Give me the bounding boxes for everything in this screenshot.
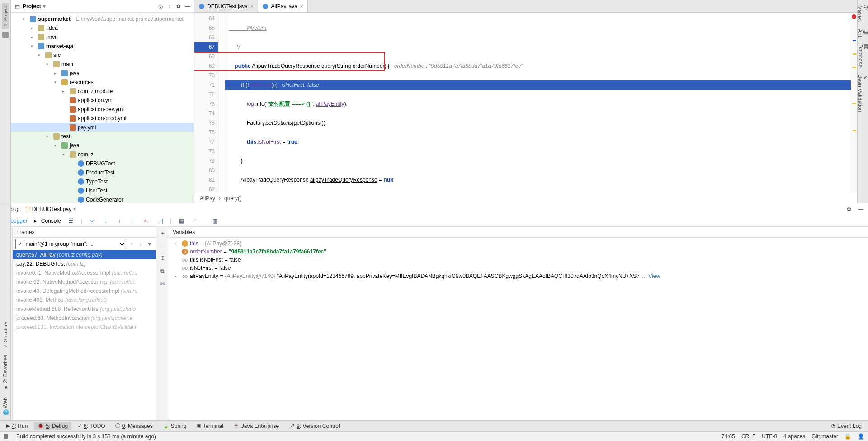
breadcrumb-method[interactable]: query() bbox=[224, 195, 241, 202]
tree-class-typetest[interactable]: TypeTest bbox=[11, 177, 194, 186]
var-row[interactable]: ▸ooaliPayEntity = {AliPayEntity@7140} "A… bbox=[169, 272, 868, 280]
prev-frame-icon[interactable]: ↑ bbox=[128, 240, 135, 248]
threads-icon[interactable]: ☰ bbox=[67, 217, 75, 225]
step-into-icon[interactable]: ↓ bbox=[102, 217, 109, 225]
tree-folder-main[interactable]: ▾main bbox=[11, 60, 194, 69]
var-row[interactable]: porderNumber = "9d5911a7c7fa8bda7fa1a79f… bbox=[169, 248, 868, 256]
tree-folder-java[interactable]: ▸java bbox=[11, 69, 194, 78]
copy-icon[interactable]: ⧉ bbox=[159, 267, 166, 275]
run-to-cursor-icon[interactable]: →| bbox=[156, 217, 164, 225]
tree-class-debugtest[interactable]: DEBUGTest bbox=[11, 159, 194, 168]
tree-folder-resources[interactable]: ▾resources bbox=[11, 78, 194, 87]
frame-row[interactable]: invoke:498, Method (java.lang.reflect) bbox=[13, 296, 156, 305]
close-icon[interactable]: × bbox=[250, 4, 253, 9]
status-icon[interactable] bbox=[4, 434, 8, 439]
frame-row[interactable]: query:67, AliPay (com.lz.config.pay) bbox=[13, 250, 156, 259]
evaluate-icon[interactable]: ▦ bbox=[178, 217, 185, 225]
tw-java-enterprise[interactable]: ☕ Java Enterprise bbox=[230, 422, 283, 430]
editor-tab-alipay[interactable]: AliPay.java× bbox=[258, 0, 308, 12]
tree-pkg-comlzmodule[interactable]: ▸com.lz.module bbox=[11, 87, 194, 96]
var-row[interactable]: oothis.isNotFirst = false bbox=[169, 256, 868, 264]
tw-run[interactable]: ▶ 4: Run bbox=[3, 422, 31, 430]
layout-icon[interactable]: ▥ bbox=[211, 217, 218, 225]
tree-root[interactable]: ▾supermarket E:\myWork\supermarket-proje… bbox=[11, 14, 194, 23]
var-row[interactable]: ooisNotFirst = false bbox=[169, 264, 868, 272]
tree-class-codegen[interactable]: CodeGenerator bbox=[11, 195, 194, 203]
tree-file-application-prod-yml[interactable]: application-prod.yml bbox=[11, 114, 194, 123]
tree-pkg-comlz[interactable]: ▾com.lz bbox=[11, 150, 194, 159]
close-icon[interactable]: × bbox=[300, 4, 303, 9]
tree-class-producttest[interactable]: ProductTest bbox=[11, 168, 194, 177]
frame-row[interactable]: invokeMethod:688, ReflectionUtils (org.j… bbox=[13, 305, 156, 314]
right-tab-ant[interactable]: 🐜Ant bbox=[856, 26, 868, 40]
debug-config-tab[interactable]: DEBUGTest.pay × bbox=[26, 206, 76, 212]
project-dropdown-icon[interactable]: ▾ bbox=[43, 3, 46, 9]
step-over-icon[interactable]: ⤻ bbox=[89, 217, 96, 225]
force-step-into-icon[interactable]: ↓ bbox=[116, 217, 123, 225]
status-caret-pos[interactable]: 74:65 bbox=[722, 433, 735, 440]
view-link[interactable]: … View bbox=[642, 273, 660, 279]
hide-icon[interactable]: — bbox=[184, 3, 191, 10]
frame-row[interactable]: proceed:131, InvocationInterceptorChain$… bbox=[13, 323, 156, 332]
remove-icon[interactable]: — bbox=[159, 242, 166, 249]
frame-row[interactable]: proceed:60, MethodInvocation (org.junit.… bbox=[13, 314, 156, 323]
left-tab-favorites[interactable]: ★ 2: Favorites bbox=[1, 352, 9, 393]
right-tab-bean[interactable]: ✔Bean Validation bbox=[856, 72, 868, 115]
glasses-icon[interactable]: 👓 bbox=[159, 280, 166, 287]
tw-spring[interactable]: 🍃 Spring bbox=[159, 422, 190, 430]
status-encoding[interactable]: UTF-8 bbox=[762, 433, 777, 440]
step-out-icon[interactable]: ↑ bbox=[129, 217, 137, 225]
frames-list[interactable]: query:67, AliPay (com.lz.config.pay) pay… bbox=[13, 250, 156, 420]
next-frame-icon[interactable]: ↓ bbox=[137, 240, 144, 248]
left-tab-project[interactable]: 1: Project bbox=[2, 3, 9, 29]
gear-icon[interactable]: ✿ bbox=[175, 3, 182, 10]
tw-terminal[interactable]: ▣ Terminal bbox=[193, 422, 226, 430]
variables-list[interactable]: ▸≡this = {AliPay@7138} porderNumber = "9… bbox=[169, 238, 868, 420]
tw-vcs[interactable]: ⎇ 9: Version Control bbox=[285, 422, 343, 430]
breadcrumb-class[interactable]: AliPay bbox=[200, 195, 215, 202]
status-git[interactable]: Git: master bbox=[811, 433, 838, 440]
tree-folder-mvn[interactable]: ▸.mvn bbox=[11, 33, 194, 42]
nav-icon[interactable]: ↧ bbox=[159, 255, 166, 262]
tw-todo[interactable]: ✓ 6: TODO bbox=[74, 422, 109, 430]
tw-debug[interactable]: 🐞 5: Debug bbox=[34, 422, 71, 430]
tw-messages[interactable]: ⓘ 0: Messages bbox=[112, 422, 156, 430]
frame-row[interactable]: invoke0:-1, NativeMethodAccessorImpl (su… bbox=[13, 268, 156, 277]
tree-folder-src[interactable]: ▾src bbox=[11, 51, 194, 60]
code-area[interactable]: 64656667686970717273747576777879808182 @… bbox=[194, 13, 857, 193]
project-tree[interactable]: ▾supermarket E:\myWork\supermarket-proje… bbox=[11, 13, 194, 203]
target-icon[interactable]: ◎ bbox=[157, 3, 164, 10]
add-icon[interactable]: ＋ bbox=[159, 230, 166, 237]
hide-icon[interactable]: — bbox=[857, 206, 864, 213]
gutter-bar[interactable] bbox=[219, 13, 225, 193]
tree-folder-test[interactable]: ▾test bbox=[11, 132, 194, 141]
hector-icon[interactable]: 👤 bbox=[858, 433, 864, 440]
tree-file-application-dev-yml[interactable]: application-dev.yml bbox=[11, 105, 194, 114]
left-tab-web[interactable]: 🌐 Web bbox=[1, 394, 9, 418]
frame-row[interactable]: invoke:43, DelegatingMethodAccessorImpl … bbox=[13, 286, 156, 296]
left-gutter-icon[interactable] bbox=[2, 32, 9, 38]
status-indent[interactable]: 4 spaces bbox=[783, 433, 805, 440]
lock-icon[interactable]: 🔒 bbox=[844, 433, 851, 440]
status-line-ending[interactable]: CRLF bbox=[741, 433, 755, 440]
tw-event-log[interactable]: ◔ Event Log bbox=[827, 422, 865, 430]
left-tab-structure[interactable]: 7: Structure bbox=[2, 319, 9, 350]
console-tab-btn[interactable]: ▸Console bbox=[34, 218, 61, 224]
breadcrumb[interactable]: AliPay › query() bbox=[194, 193, 857, 203]
code-text[interactable]: @return */ public AlipayTradeQueryRespon… bbox=[225, 13, 851, 193]
var-row[interactable]: ▸≡this = {AliPay@7138} bbox=[169, 239, 868, 248]
tree-folder-idea[interactable]: ▸.idea bbox=[11, 23, 194, 33]
filter-icon[interactable]: ▼ bbox=[146, 240, 153, 248]
tree-file-application-yml[interactable]: application.yml bbox=[11, 96, 194, 105]
tree-module-market-api[interactable]: ▾market-api bbox=[11, 42, 194, 51]
error-stripe[interactable] bbox=[851, 13, 857, 193]
tree-class-usertest[interactable]: UserTest bbox=[11, 186, 194, 195]
right-tab-database[interactable]: 🗄Database bbox=[856, 42, 868, 70]
thread-select[interactable]: ✓ "main"@1 in group "main": ... bbox=[15, 239, 126, 249]
project-title[interactable]: Project bbox=[23, 3, 41, 9]
frame-row[interactable]: invoke:62, NativeMethodAccessorImpl (sun… bbox=[13, 277, 156, 286]
trace-icon[interactable]: ≡ bbox=[191, 217, 198, 225]
tree-file-pay-yml[interactable]: pay.yml bbox=[11, 123, 194, 132]
editor-tab-debugtest[interactable]: DEBUGTest.java× bbox=[194, 0, 258, 12]
right-tab-maven[interactable]: mMaven bbox=[856, 3, 868, 24]
